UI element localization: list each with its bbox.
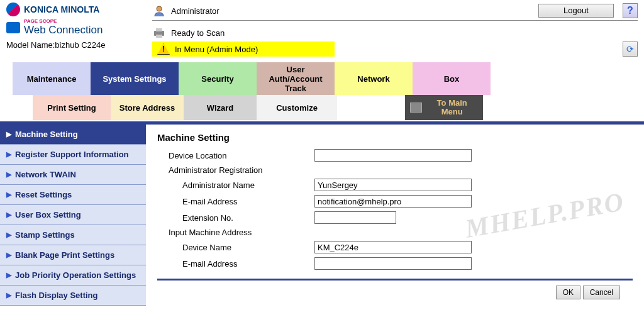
brand-logo: KONICA MINOLTA xyxy=(6,3,146,16)
tab-system-settings[interactable]: System Settings xyxy=(91,62,179,95)
pagescope-icon xyxy=(6,22,20,33)
brand-text: KONICA MINOLTA xyxy=(24,4,99,14)
ok-button[interactable]: OK xyxy=(556,286,580,299)
sidebar-item-flash-display[interactable]: ▶Flash Display Setting xyxy=(0,286,146,306)
arrow-icon: ▶ xyxy=(6,170,11,179)
svg-rect-2 xyxy=(156,28,162,31)
mode-status-text: In Menu (Admin Mode) xyxy=(175,45,258,54)
help-button[interactable]: ? xyxy=(623,3,638,18)
sidebar-item-machine-setting[interactable]: ▶Machine Setting xyxy=(0,125,146,145)
tab-print-setting[interactable]: Print Setting xyxy=(33,95,111,120)
device-location-label: Device Location xyxy=(157,151,314,160)
menu-icon xyxy=(410,103,422,113)
mode-status-banner: ! In Menu (Admin Mode) xyxy=(152,42,335,57)
printer-icon xyxy=(152,26,166,40)
sidebar-item-blank-page[interactable]: ▶Blank Page Print Settings xyxy=(0,245,146,265)
admin-name-label: Administrator Name xyxy=(157,180,314,190)
secondary-tabs: Print Setting Store Address Wizard Custo… xyxy=(33,95,644,120)
email2-label: E-mail Address xyxy=(157,259,314,269)
arrow-icon: ▶ xyxy=(6,211,11,219)
sidebar-item-user-box[interactable]: ▶User Box Setting xyxy=(0,205,146,225)
device-name-label: Device Name xyxy=(157,243,314,252)
email2-input[interactable] xyxy=(314,257,472,270)
tab-network[interactable]: Network xyxy=(335,62,413,95)
model-name: Model Name:bizhub C224e xyxy=(6,40,146,50)
tab-user-auth[interactable]: User Auth/Account Track xyxy=(257,62,335,95)
arrow-icon: ▶ xyxy=(6,150,11,158)
pagescope-large: Web Connection xyxy=(24,24,103,36)
user-icon xyxy=(152,4,166,18)
pagescope-logo: PAGE SCOPE Web Connection xyxy=(6,19,146,36)
email-input[interactable] xyxy=(314,195,472,208)
tab-maintenance[interactable]: Maintenance xyxy=(13,62,91,95)
primary-tabs: Maintenance System Settings Security Use… xyxy=(13,62,644,95)
tab-box[interactable]: Box xyxy=(413,62,491,95)
email-label: E-mail Address xyxy=(157,197,314,206)
arrow-icon: ▶ xyxy=(6,191,11,199)
ext-label: Extension No. xyxy=(157,213,314,223)
sidebar-item-reset-settings[interactable]: ▶Reset Settings xyxy=(0,185,146,205)
tab-security[interactable]: Security xyxy=(179,62,257,95)
arrow-icon: ▶ xyxy=(6,291,11,299)
refresh-button[interactable]: ⟳ xyxy=(623,42,638,57)
tab-wizard[interactable]: Wizard xyxy=(184,95,257,120)
tab-customize[interactable]: Customize xyxy=(257,95,337,120)
svg-rect-3 xyxy=(156,35,162,38)
logout-button[interactable]: Logout xyxy=(538,4,614,18)
tab-store-address[interactable]: Store Address xyxy=(111,95,184,120)
arrow-icon: ▶ xyxy=(6,271,11,279)
device-location-input[interactable] xyxy=(314,149,472,162)
sidebar-item-register-support[interactable]: ▶Register Support Information xyxy=(0,145,146,165)
input-machine-label: Input Machine Address xyxy=(157,228,633,237)
device-name-input[interactable] xyxy=(314,241,472,253)
tab-to-main-menu[interactable]: To Main Menu xyxy=(405,95,483,120)
arrow-icon: ▶ xyxy=(6,231,11,239)
ext-input[interactable] xyxy=(314,211,396,224)
warning-icon: ! xyxy=(157,43,170,55)
sidebar-item-stamp[interactable]: ▶Stamp Settings xyxy=(0,225,146,245)
admin-name-input[interactable] xyxy=(314,179,472,191)
page-title: Machine Setting xyxy=(157,132,633,143)
sidebar: ▶Machine Setting ▶Register Support Infor… xyxy=(0,125,146,306)
sidebar-item-network-twain[interactable]: ▶Network TWAIN xyxy=(0,165,146,185)
arrow-icon: ▶ xyxy=(6,130,11,138)
pagescope-small: PAGE SCOPE xyxy=(24,19,103,24)
scan-status: Ready to Scan xyxy=(171,28,225,38)
sidebar-item-job-priority[interactable]: ▶Job Priority Operation Settings xyxy=(0,265,146,286)
brand-icon xyxy=(6,3,20,16)
svg-point-0 xyxy=(157,6,162,11)
arrow-icon: ▶ xyxy=(6,251,11,259)
logo-area: KONICA MINOLTA PAGE SCOPE Web Connection… xyxy=(6,3,146,50)
main-panel: MHELP.PRO Machine Setting Device Locatio… xyxy=(146,125,644,306)
user-label: Administrator xyxy=(171,6,219,16)
admin-reg-label: Administrator Registration xyxy=(157,165,633,175)
cancel-button[interactable]: Cancel xyxy=(583,286,620,299)
